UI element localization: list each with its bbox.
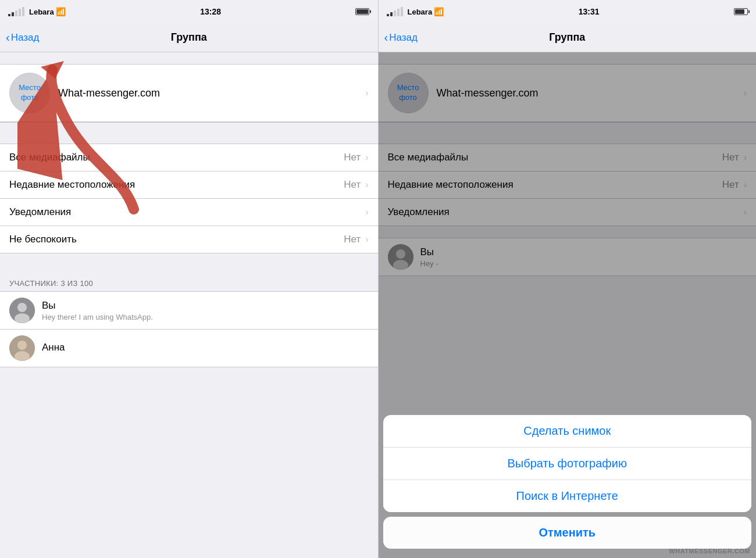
left-participants-header: УЧАСТНИКИ: 3 ИЗ 100: [0, 274, 378, 291]
left-time: 13:28: [200, 7, 221, 16]
left-battery-fill: [356, 9, 368, 14]
left-menu-value-1: Нет: [344, 179, 361, 191]
left-menu-chevron-2: ›: [365, 207, 368, 217]
right-signal-bar-3: [394, 10, 396, 16]
right-signal: [387, 7, 403, 16]
right-panel: Lebara 📶 13:31 ‹ Назад Группа Место фото…: [378, 0, 757, 558]
left-nav-bar: ‹ Назад Группа: [0, 23, 378, 52]
left-avatar-text: Место фото: [19, 83, 41, 103]
action-sheet: Сделать снимок Выбрать фотографию Поиск …: [383, 415, 752, 553]
left-participant-avatar-1: [9, 335, 35, 361]
left-menu-row-0[interactable]: Все медиафайлы Нет ›: [0, 144, 378, 171]
action-sheet-cancel-button[interactable]: Отменить: [383, 517, 752, 549]
left-menu-section: Все медиафайлы Нет › Недавние местополож…: [0, 144, 378, 253]
signal-bar-4: [19, 9, 21, 16]
right-back-label[interactable]: Назад: [389, 32, 418, 44]
left-participant-info-1: Анна: [42, 342, 369, 355]
left-gap-2: [0, 123, 378, 144]
svg-point-4: [17, 341, 27, 350]
left-participant-info-0: Вы Hey there! I am using WhatsApp.: [42, 300, 369, 321]
right-back-button[interactable]: ‹ Назад: [384, 31, 418, 44]
action-sheet-group: Сделать снимок Выбрать фотографию Поиск …: [383, 415, 752, 512]
right-status-left: Lebara 📶: [387, 7, 444, 16]
left-participant-status-0: Hey there! I am using WhatsApp.: [42, 313, 369, 321]
left-menu-chevron-1: ›: [365, 180, 368, 190]
left-menu-label-2: Уведомления: [9, 206, 365, 218]
left-menu-chevron-3: ›: [365, 234, 368, 245]
action-sheet-item-0[interactable]: Сделать снимок: [383, 415, 752, 448]
right-signal-bar-1: [387, 14, 389, 16]
right-nav-bar: ‹ Назад Группа: [379, 23, 757, 52]
right-carrier: Lebara: [408, 8, 433, 16]
action-sheet-item-2[interactable]: Поиск в Интернете: [383, 480, 752, 512]
left-participant-avatar-0: [9, 298, 35, 323]
left-participant-row-1[interactable]: Анна: [0, 330, 378, 367]
right-status-bar: Lebara 📶 13:31: [379, 0, 757, 23]
left-group-chevron-icon: ›: [365, 88, 368, 98]
left-wifi-icon: 📶: [56, 7, 66, 16]
action-sheet-overlay: Сделать снимок Выбрать фотографию Поиск …: [379, 52, 757, 558]
left-menu-label-1: Недавние местоположения: [9, 179, 344, 191]
person-icon-1: [9, 335, 35, 361]
left-participant-row-0[interactable]: Вы Hey there! I am using WhatsApp.: [0, 292, 378, 330]
signal-bar-3: [15, 10, 17, 16]
right-signal-bar-4: [397, 9, 400, 16]
left-status-left: Lebara 📶: [8, 7, 66, 16]
right-wifi-icon: 📶: [434, 7, 444, 16]
left-carrier: Lebara: [29, 8, 54, 16]
left-nav-title: Группа: [171, 31, 207, 44]
left-status-bar: Lebara 📶 13:28: [0, 0, 378, 23]
action-sheet-item-1[interactable]: Выбрать фотографию: [383, 448, 752, 480]
left-menu-row-2[interactable]: Уведомления ›: [0, 199, 378, 226]
right-battery-fill: [735, 9, 744, 14]
left-status-right: [355, 8, 369, 15]
left-group-name: What-messenger.com: [50, 87, 365, 99]
right-status-right: [734, 8, 748, 15]
signal-bar-2: [12, 12, 14, 16]
left-participant-name-1: Анна: [42, 342, 369, 353]
left-content: Место фото What-messenger.com › Все меди…: [0, 52, 378, 558]
left-back-button[interactable]: ‹ Назад: [6, 31, 39, 44]
right-battery: [734, 8, 748, 15]
left-panel: Lebara 📶 13:28 ‹ Назад Группа Место фото…: [0, 0, 378, 558]
right-content: Место фото What-messenger.com › Все меди…: [379, 52, 757, 558]
signal-bar-5: [22, 7, 24, 16]
left-back-label[interactable]: Назад: [11, 32, 40, 44]
left-menu-value-3: Нет: [344, 234, 361, 245]
right-time: 13:31: [579, 7, 600, 16]
signal-bar-1: [8, 14, 10, 16]
left-menu-chevron-0: ›: [365, 152, 368, 163]
left-gap-3: [0, 253, 378, 274]
left-signal: [8, 7, 24, 16]
right-back-chevron-icon: ‹: [384, 31, 388, 44]
left-participant-name-0: Вы: [42, 300, 369, 312]
left-menu-label-0: Все медиафайлы: [9, 152, 344, 163]
left-group-section: Место фото What-messenger.com ›: [0, 64, 378, 123]
left-menu-value-0: Нет: [344, 152, 361, 163]
left-group-avatar[interactable]: Место фото: [9, 73, 50, 113]
right-signal-bar-2: [390, 12, 393, 16]
left-menu-label-3: Не беспокоить: [9, 234, 344, 245]
left-group-header-row[interactable]: Место фото What-messenger.com ›: [0, 65, 378, 122]
left-back-chevron-icon: ‹: [6, 31, 10, 44]
left-gap-1: [0, 52, 378, 64]
left-menu-row-3[interactable]: Не беспокоить Нет ›: [0, 226, 378, 253]
left-battery: [355, 8, 369, 15]
svg-point-1: [17, 303, 27, 312]
right-nav-title: Группа: [549, 31, 585, 44]
right-signal-bar-5: [401, 7, 403, 16]
left-participants-section: Вы Hey there! I am using WhatsApp. Анна: [0, 291, 378, 367]
left-menu-row-1[interactable]: Недавние местоположения Нет ›: [0, 171, 378, 199]
watermark: WHATMESSENGER.COM: [669, 548, 750, 555]
person-icon-0: [9, 298, 35, 323]
